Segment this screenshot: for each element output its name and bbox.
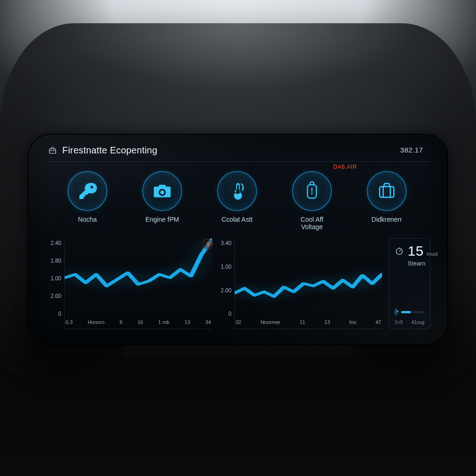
chart-right-line (235, 274, 382, 297)
alert-tag: DA6.AIR (333, 164, 357, 170)
chart-left-xaxis: 0.3 Honoro 8 16 1 mb 13 34 (65, 319, 212, 329)
side-xaxis: 3:r9 41oug (395, 320, 424, 325)
battery-icon (292, 171, 332, 211)
temp-icon (217, 171, 257, 211)
metric-distance[interactable]: Didkrenerr (356, 171, 417, 231)
chart-left[interactable]: 2.40 1.80 1.00 2.00 0 0.3 Honoro 8 16 1 … (48, 238, 212, 329)
speaker-grille (117, 342, 359, 360)
key-icon (67, 171, 107, 211)
case-icon (367, 171, 407, 211)
svg-point-3 (396, 248, 402, 254)
svg-rect-0 (49, 149, 56, 153)
camera-icon (142, 171, 182, 211)
metric-label: Didkrenerr (371, 216, 402, 223)
side-card[interactable]: 15 muut Stearn 3:r9 41oug (389, 238, 430, 329)
briefcase-icon (48, 146, 57, 155)
chart-right-yaxis: 3.40 1.00 2.00 0 (218, 238, 234, 329)
page-title: Firestnatte Ecopenting (62, 145, 158, 156)
chart-right-xaxis: 02 Nnormer 11 13 Ino 47 (235, 319, 382, 329)
metric-label: Engine fPM (145, 216, 179, 223)
metric-label: Cool Aff Voltage (301, 216, 324, 231)
charts-row: 2.40 1.80 1.00 2.00 0 0.3 Honoro 8 16 1 … (48, 238, 430, 329)
instrument-screen: Firestnatte Ecopenting 382.17 DA6.AIR No… (29, 135, 447, 344)
svg-rect-2 (380, 186, 394, 197)
metric-voltage[interactable]: Cool Aff Voltage (281, 171, 343, 231)
side-unit: muut (426, 251, 437, 257)
clock-readout: 382.17 (400, 146, 423, 154)
side-value: 15 (408, 243, 423, 259)
metric-label: Ccolat Astt (222, 216, 253, 223)
chart-right[interactable]: 3.40 1.00 2.00 0 02 Nnormer 11 13 Ino 47 (218, 238, 382, 329)
metric-label: Nocha (78, 216, 97, 223)
metric-coolant[interactable]: Ccolat Astt (206, 171, 268, 231)
metric-icons-row: DA6.AIR Nocha Engine fPM (48, 162, 430, 233)
chart-left-yaxis: 2.40 1.80 1.00 2.00 0 (48, 238, 64, 329)
side-sub-label: Stearn (395, 260, 424, 267)
side-progress-row (395, 307, 424, 317)
metric-nocha[interactable]: Nocha (57, 171, 118, 231)
screen-header: Firestnatte Ecopenting 382.17 (48, 145, 430, 162)
dot-icon (395, 309, 397, 315)
progress-bar (401, 311, 424, 313)
chart-left-line (65, 240, 212, 286)
gauge-icon (395, 246, 404, 256)
metric-engine-rpm[interactable]: Engine fPM (132, 171, 193, 231)
